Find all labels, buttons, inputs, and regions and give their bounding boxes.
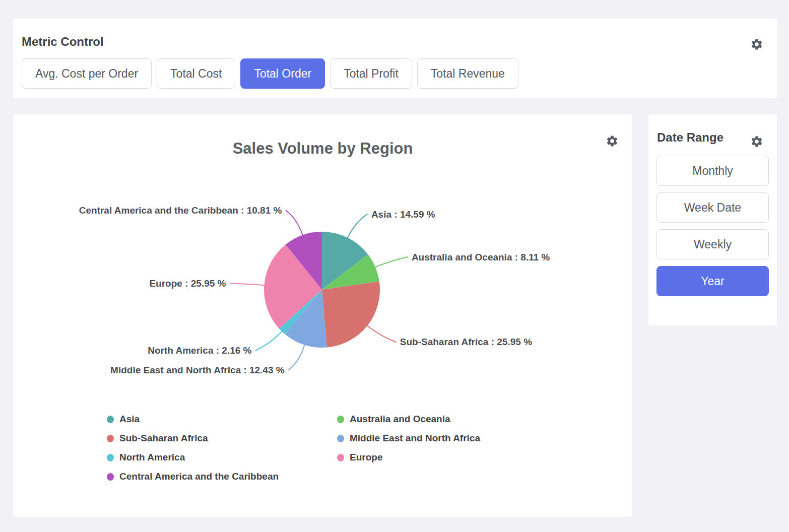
- metric-button-total-profit[interactable]: Total Profit: [330, 58, 412, 89]
- pie-label-asia: Asia : 14.59 %: [371, 209, 435, 220]
- legend-item-sub-saharan-africa[interactable]: Sub-Saharan Africa: [107, 429, 337, 448]
- legend-dot-north-america: [107, 454, 114, 461]
- chart-legend: AsiaAustralia and OceaniaSub-Saharan Afr…: [107, 410, 480, 486]
- legend-label: North America: [119, 452, 185, 463]
- pie-slice-sub-saharan-africa[interactable]: [322, 281, 380, 347]
- pie-label-middle-east-and-north-africa: Middle East and North Africa : 12.43 %: [110, 365, 285, 375]
- label-line-north-america: [256, 331, 282, 351]
- metric-button-total-revenue[interactable]: Total Revenue: [417, 58, 518, 89]
- label-line-europe: [230, 283, 265, 285]
- label-line-asia: [348, 214, 367, 238]
- legend-item-australia-and-oceania[interactable]: Australia and Oceania: [337, 410, 480, 429]
- pie-label-central-america-and-the-caribbean: Central America and the Caribbean : 10.8…: [79, 205, 282, 216]
- legend-label: Europe: [350, 452, 382, 463]
- label-line-australia-and-oceania: [375, 257, 408, 267]
- date-range-title: Date Range: [657, 130, 724, 145]
- label-line-central-america-and-the-caribbean: [286, 211, 302, 235]
- metric-button-row: Avg. Cost per Order Total Cost Total Ord…: [22, 58, 518, 89]
- pie-label-north-america: North America : 2.16 %: [148, 345, 251, 356]
- legend-label: Australia and Oceania: [350, 414, 450, 425]
- legend-dot-central-america-and-the-caribbean: [107, 473, 114, 481]
- pie-label-sub-saharan-africa: Sub-Saharan Africa : 25.95 %: [400, 337, 532, 347]
- pie-chart: Asia : 14.59 %Australia and Oceania : 8.…: [13, 114, 632, 403]
- legend-dot-asia: [107, 416, 114, 423]
- legend-dot-australia-and-oceania: [337, 416, 344, 423]
- pie-label-australia-and-oceania: Australia and Oceania : 8.11 %: [412, 252, 550, 262]
- date-range-button-monthly[interactable]: Monthly: [656, 156, 769, 186]
- label-line-sub-saharan-africa: [367, 326, 396, 342]
- metric-settings-gear-icon[interactable]: [750, 38, 763, 51]
- legend-item-middle-east-and-north-africa[interactable]: Middle East and North Africa: [337, 429, 480, 448]
- legend-item-asia[interactable]: Asia: [107, 410, 337, 429]
- metric-control-title: Metric Control: [22, 35, 104, 49]
- sales-volume-panel: Sales Volume by Region Asia : 14.59 %Aus…: [13, 114, 632, 517]
- legend-dot-sub-saharan-africa: [107, 435, 114, 442]
- legend-dot-europe: [337, 454, 344, 461]
- legend-label: Asia: [119, 414, 140, 425]
- label-line-middle-east-and-north-africa: [289, 345, 305, 370]
- legend-item-central-america-and-the-caribbean[interactable]: Central America and the Caribbean: [107, 467, 337, 486]
- pie-label-europe: Europe : 25.95 %: [149, 278, 226, 289]
- legend-label: Central America and the Caribbean: [119, 471, 279, 482]
- date-range-button-week-date[interactable]: Week Date: [656, 192, 769, 223]
- dashboard: { "page": { "background": "#f1f1f6", "ac…: [0, 0, 789, 532]
- date-range-button-year[interactable]: Year: [656, 266, 769, 296]
- metric-button-avg-cost-per-order[interactable]: Avg. Cost per Order: [22, 58, 152, 89]
- metric-button-total-cost[interactable]: Total Cost: [157, 58, 235, 89]
- date-range-settings-gear-icon[interactable]: [750, 135, 763, 148]
- legend-label: Middle East and North Africa: [350, 433, 480, 444]
- legend-item-north-america[interactable]: North America: [107, 448, 337, 467]
- date-range-panel: Date Range Monthly Week Date Weekly Year: [648, 114, 777, 325]
- metric-button-total-order[interactable]: Total Order: [240, 58, 325, 89]
- legend-label: Sub-Saharan Africa: [119, 433, 208, 444]
- date-range-button-weekly[interactable]: Weekly: [656, 229, 769, 259]
- legend-item-europe[interactable]: Europe: [337, 448, 480, 467]
- metric-control-panel: Metric Control Avg. Cost per Order Total…: [13, 19, 777, 98]
- legend-dot-middle-east-and-north-africa: [337, 435, 344, 442]
- date-range-button-column: Monthly Week Date Weekly Year: [656, 156, 769, 296]
